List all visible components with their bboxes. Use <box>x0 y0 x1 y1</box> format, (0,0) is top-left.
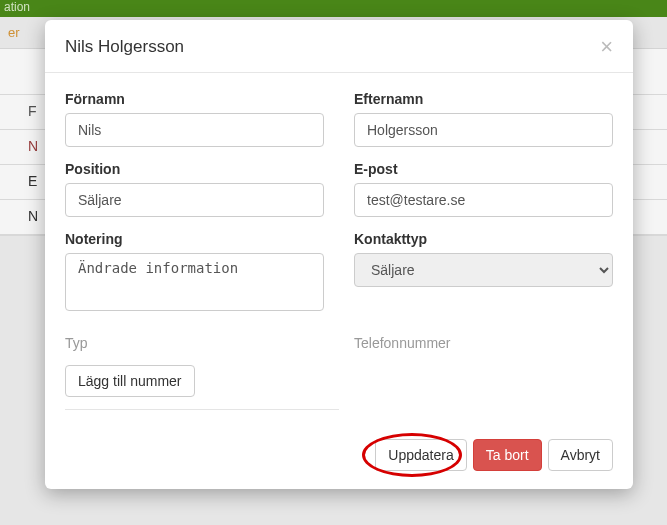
position-input[interactable] <box>65 183 324 217</box>
kontakttyp-select[interactable]: Säljare <box>354 253 613 287</box>
modal-body: Förnamn Efternamn Position E-post Noteri… <box>45 73 633 425</box>
update-button[interactable]: Uppdatera <box>375 439 466 471</box>
phone-type-header: Typ <box>65 335 324 351</box>
modal-header: Nils Holgersson × <box>45 20 633 73</box>
kontakttyp-label: Kontakttyp <box>354 231 613 247</box>
modal-footer: Uppdatera Ta bort Avbryt <box>45 425 633 489</box>
cancel-button[interactable]: Avbryt <box>548 439 613 471</box>
epost-label: E-post <box>354 161 613 177</box>
efternamn-label: Efternamn <box>354 91 613 107</box>
phone-number-header: Telefonnummer <box>354 335 613 351</box>
position-label: Position <box>65 161 324 177</box>
fornamn-label: Förnamn <box>65 91 324 107</box>
efternamn-input[interactable] <box>354 113 613 147</box>
delete-button[interactable]: Ta bort <box>473 439 542 471</box>
edit-contact-modal: Nils Holgersson × Förnamn Efternamn Posi… <box>45 20 633 489</box>
fornamn-input[interactable] <box>65 113 324 147</box>
modal-title: Nils Holgersson <box>65 37 184 57</box>
close-icon[interactable]: × <box>600 36 613 58</box>
notering-label: Notering <box>65 231 324 247</box>
add-phone-button[interactable]: Lägg till nummer <box>65 365 195 397</box>
notering-input[interactable]: Ändrade information <box>65 253 324 311</box>
divider <box>65 409 339 410</box>
epost-input[interactable] <box>354 183 613 217</box>
